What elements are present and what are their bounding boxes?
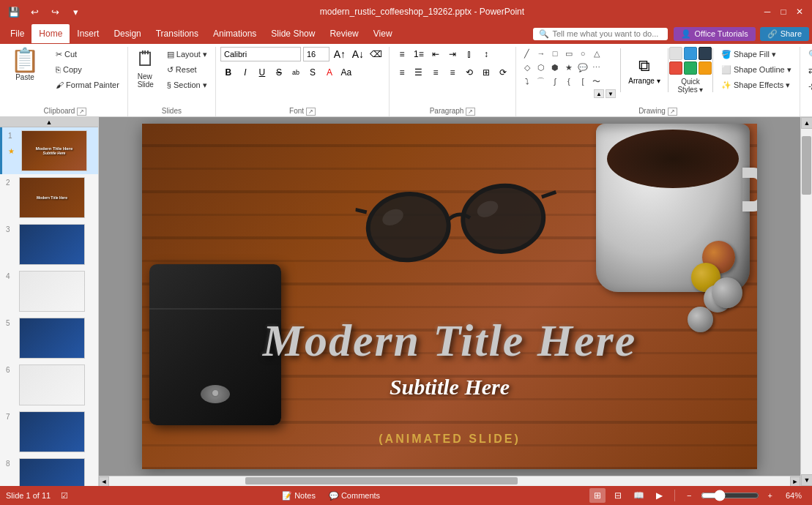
notes-button[interactable]: 📝 Notes	[278, 490, 320, 502]
menu-insert[interactable]: Insert	[70, 24, 106, 43]
underline-button[interactable]: U	[254, 65, 270, 80]
shape-oval[interactable]: ○	[576, 47, 589, 60]
format-painter-button[interactable]: 🖌 Format Painter	[52, 78, 123, 92]
layout-button[interactable]: ▤ Layout ▾	[163, 47, 211, 61]
slide-thumb-1[interactable]: 1 Modern Title HereSubtitle Here ★	[0, 127, 98, 174]
undo-button[interactable]: ↩	[26, 4, 42, 20]
scroll-down-arrow[interactable]: ▼	[801, 474, 812, 486]
slide-thumb-2[interactable]: 2 Modern Title Here	[0, 174, 98, 221]
menu-animations[interactable]: Animations	[206, 24, 264, 43]
share-button[interactable]: 🔗 Share	[760, 27, 809, 41]
bullets-button[interactable]: ≡	[394, 47, 410, 61]
normal-view-button[interactable]: ⊞	[589, 488, 606, 503]
slide-thumb-8[interactable]: 8	[0, 455, 98, 486]
restore-button[interactable]: □	[777, 5, 790, 18]
v-scroll-thumb[interactable]	[802, 136, 811, 195]
redo-button[interactable]: ↪	[47, 4, 63, 20]
quick-style-3[interactable]	[699, 47, 712, 60]
arrange-button[interactable]: ⧉ Arrange ▾	[625, 47, 663, 94]
shape-rect[interactable]: □	[548, 47, 562, 60]
line-spacing-button[interactable]: ↕	[478, 47, 494, 61]
align-center-button[interactable]: ☰	[411, 65, 427, 80]
text-direction-button[interactable]: ⟲	[461, 65, 477, 80]
menu-design[interactable]: Design	[106, 24, 148, 43]
paragraph-expand[interactable]: ↗	[466, 108, 475, 116]
shape-connector[interactable]: ⤵	[521, 75, 534, 88]
drawing-expand[interactable]: ↗	[668, 108, 677, 116]
align-left-button[interactable]: ≡	[394, 65, 410, 80]
strikethrough-button[interactable]: S	[271, 65, 287, 80]
bold-button[interactable]: B	[220, 65, 236, 80]
shape-freeform[interactable]: ∫	[548, 75, 562, 88]
slide-thumb-3[interactable]: 3	[0, 221, 98, 268]
scroll-left-arrow[interactable]: ◄	[99, 476, 109, 487]
convert-smartart-button[interactable]: ⟳	[495, 65, 511, 80]
font-color-button[interactable]: A	[321, 65, 338, 80]
menu-home[interactable]: Home	[31, 24, 70, 43]
vertical-scrollbar[interactable]: ▲ ▼	[800, 117, 812, 486]
font-size-input[interactable]	[303, 47, 329, 61]
clear-format-button[interactable]: ⌫	[368, 47, 384, 61]
quick-style-5[interactable]	[684, 61, 697, 75]
shape-triangle[interactable]: △	[590, 47, 603, 60]
reset-button[interactable]: ↺ Reset	[163, 62, 211, 77]
shapes-scroll-up[interactable]: ▲	[594, 89, 604, 98]
close-button[interactable]: ✕	[793, 5, 806, 18]
quick-style-1[interactable]	[669, 47, 682, 60]
menu-file[interactable]: File	[3, 24, 31, 43]
menu-transitions[interactable]: Transitions	[149, 24, 206, 43]
decrease-indent-button[interactable]: ⇤	[428, 47, 444, 61]
horizontal-scrollbar[interactable]: ◄ ►	[99, 476, 800, 486]
quick-style-2[interactable]	[684, 47, 697, 60]
v-scroll-track[interactable]	[801, 129, 812, 474]
shape-fill-button[interactable]: 🪣 Shape Fill ▾	[718, 47, 795, 61]
zoom-out-button[interactable]: −	[682, 490, 696, 501]
font-shadow-button[interactable]: S	[305, 65, 321, 80]
columns-button[interactable]: ⫿	[461, 47, 477, 61]
scroll-right-arrow[interactable]: ►	[790, 476, 800, 487]
customize-qat-button[interactable]: ▾	[67, 4, 83, 20]
character-spacing-button[interactable]: Aa	[338, 65, 354, 80]
find-button[interactable]: 🔍 Find	[805, 47, 812, 61]
select-button[interactable]: ⊹ Select ▾	[805, 79, 812, 94]
italic-button[interactable]: I	[237, 65, 253, 80]
align-text-button[interactable]: ⊞	[478, 65, 494, 80]
reading-view-button[interactable]: 📖	[630, 488, 647, 503]
slide-thumb-5[interactable]: 5	[0, 315, 98, 362]
shape-wave[interactable]: 〜	[590, 75, 603, 88]
shape-diamond[interactable]: ◇	[521, 61, 534, 74]
office-tutorials-button[interactable]: 👤 Office Tutorials	[674, 27, 755, 41]
minimize-button[interactable]: ─	[761, 5, 774, 18]
subscript-button[interactable]: ab	[288, 65, 304, 80]
slide-thumb-7[interactable]: 7	[0, 408, 98, 455]
increase-indent-button[interactable]: ⇥	[444, 47, 461, 61]
font-name-input[interactable]	[220, 47, 301, 61]
paste-button[interactable]: 📋 Paste	[7, 47, 42, 83]
shape-star[interactable]: ★	[562, 61, 576, 74]
scroll-up-arrow[interactable]: ▲	[801, 117, 812, 129]
shape-callout[interactable]: 💬	[576, 61, 589, 74]
copy-button[interactable]: ⎘ Copy	[52, 62, 123, 77]
shape-effects-button[interactable]: ✨ Shape Effects ▾	[718, 78, 795, 92]
zoom-slider[interactable]	[701, 490, 759, 501]
zoom-level-text[interactable]: 64%	[781, 490, 806, 501]
help-search-box[interactable]: 🔍	[533, 28, 668, 40]
shape-curved[interactable]: ⌒	[534, 75, 548, 88]
quick-style-6[interactable]	[699, 61, 712, 75]
canvas-scroll[interactable]: Modern Title Here Subtitle Here (ANIMATE…	[99, 117, 800, 476]
replace-button[interactable]: ⇄ Replace ▾	[805, 63, 812, 78]
slide-panel-scroll-up[interactable]: ▲	[0, 117, 98, 127]
shape-outline-button[interactable]: ⬜ Shape Outline ▾	[718, 62, 795, 77]
shape-arrow[interactable]: →	[534, 47, 548, 60]
quick-style-4[interactable]	[669, 61, 682, 75]
cut-button[interactable]: ✂ Cut	[52, 47, 123, 61]
slide-sorter-button[interactable]: ⊟	[610, 488, 626, 503]
h-scroll-track[interactable]	[109, 476, 790, 487]
justify-button[interactable]: ≡	[444, 65, 461, 80]
accessibility-check-button[interactable]: ☑	[56, 490, 72, 502]
shape-bracket[interactable]: [	[576, 75, 589, 88]
new-slide-button[interactable]: 🗒 NewSlide	[133, 47, 159, 90]
font-expand[interactable]: ↗	[306, 108, 316, 116]
font-size-decrease[interactable]: A↓	[350, 47, 366, 61]
help-search-input[interactable]	[552, 29, 662, 38]
